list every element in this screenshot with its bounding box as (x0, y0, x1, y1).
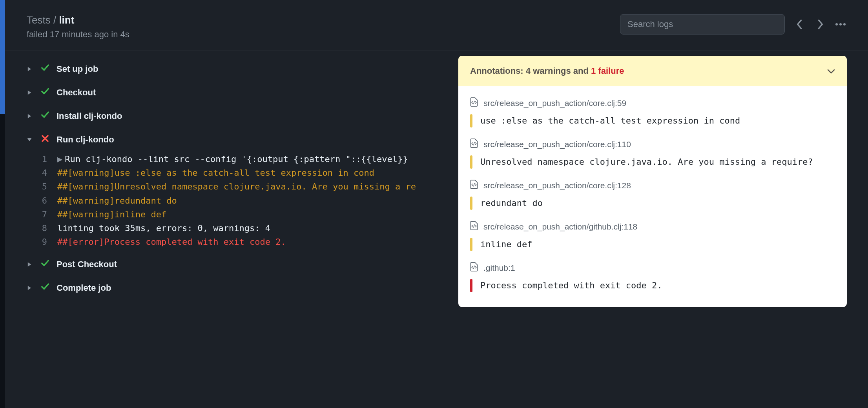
line-number: 4 (36, 166, 47, 180)
annotation-message-row: redundant do (470, 197, 835, 210)
annotation-message-row: Unresolved namespace clojure.java.io. Ar… (470, 155, 835, 169)
annotation-message: use :else as the catch-all test expressi… (480, 114, 740, 128)
file-icon (470, 180, 478, 191)
breadcrumb: Tests / lint (27, 14, 129, 26)
job-status-subline: failed 17 minutes ago in 4s (27, 29, 129, 40)
line-number: 7 (36, 208, 47, 221)
annotations-header[interactable]: Annotations: 4 warnings and 1 failure (458, 56, 847, 86)
annotation-message: inline def (480, 238, 532, 251)
step-label: Run clj-kondo (57, 135, 114, 145)
annotation-message: redundant do (480, 197, 543, 210)
annotation-item[interactable]: src/release_on_push_action/core.clj:59us… (458, 89, 847, 131)
annotations-failure-count: 1 failure (591, 66, 624, 76)
severity-bar-warning (470, 238, 472, 251)
search-input[interactable] (620, 14, 785, 35)
job-header: Tests / lint failed 17 minutes ago in 4s (5, 0, 868, 51)
breadcrumb-separator: / (53, 14, 56, 26)
caret-right-icon (27, 113, 34, 119)
annotation-location: src/release_on_push_action/core.clj:110 (470, 138, 835, 150)
annotation-item[interactable]: src/release_on_push_action/github.clj:11… (458, 213, 847, 254)
breadcrumb-job-name: lint (59, 14, 74, 26)
annotation-location: src/release_on_push_action/github.clj:11… (470, 221, 835, 232)
annotation-location: src/release_on_push_action/core.clj:128 (470, 180, 835, 191)
annotation-message: Process completed with exit code 2. (480, 279, 662, 292)
check-icon (41, 282, 49, 293)
severity-bar-error (470, 279, 472, 292)
step-label: Complete job (57, 283, 111, 293)
caret-right-icon (27, 90, 34, 95)
line-text: linting took 35ms, errors: 0, warnings: … (57, 221, 270, 235)
annotation-location-text: src/release_on_push_action/core.clj:110 (483, 140, 631, 149)
step-label: Set up job (57, 64, 98, 74)
annotation-message-row: Process completed with exit code 2. (470, 279, 835, 292)
annotations-and: and (573, 66, 589, 76)
svg-point-2 (843, 23, 846, 26)
line-text: ##[warning]redundant do (57, 194, 177, 208)
job-body: Set up jobCheckoutInstall clj-kondoRun c… (5, 51, 868, 408)
annotations-panel: Annotations: 4 warnings and 1 failure sr… (458, 56, 847, 307)
next-match-button[interactable] (815, 19, 826, 30)
line-text: ##[warning]Unresolved namespace clojure.… (57, 180, 416, 193)
annotation-message: Unresolved namespace clojure.java.io. Ar… (480, 155, 813, 169)
check-icon (41, 87, 49, 98)
severity-bar-warning (470, 155, 472, 169)
prev-match-button[interactable] (794, 19, 805, 30)
chevron-down-icon (827, 66, 835, 76)
file-icon (470, 221, 478, 232)
caret-right-icon (27, 66, 34, 72)
check-icon (41, 259, 49, 270)
annotation-location-text: src/release_on_push_action/core.clj:59 (483, 98, 626, 108)
caret-down-icon (27, 137, 34, 142)
line-text: ##[error]Process completed with exit cod… (57, 235, 286, 249)
annotation-message-row: use :else as the catch-all test expressi… (470, 114, 835, 128)
svg-point-0 (835, 23, 838, 26)
annotation-item[interactable]: src/release_on_push_action/core.clj:128r… (458, 172, 847, 213)
line-number: 1 (36, 152, 47, 166)
annotation-item[interactable]: src/release_on_push_action/core.clj:110U… (458, 131, 847, 172)
annotation-location: src/release_on_push_action/core.clj:59 (470, 97, 835, 109)
line-text: ##[warning]inline def (57, 208, 166, 221)
file-icon (470, 97, 478, 109)
annotations-warning-count: 4 warnings (526, 66, 571, 76)
annotation-location-text: src/release_on_push_action/core.clj:128 (483, 181, 631, 190)
annotation-location-text: .github:1 (483, 263, 515, 273)
svg-point-1 (839, 23, 842, 26)
line-number: 8 (36, 221, 47, 235)
check-icon (41, 111, 49, 122)
header-actions (620, 14, 846, 35)
line-number: 9 (36, 235, 47, 249)
line-number: 6 (36, 194, 47, 208)
caret-right-icon (27, 285, 34, 291)
step-label: Install clj-kondo (57, 111, 122, 121)
caret-right-icon (27, 262, 34, 267)
check-icon (41, 64, 49, 75)
annotation-item[interactable]: .github:1Process completed with exit cod… (458, 254, 847, 295)
file-icon (470, 262, 478, 273)
annotations-summary: Annotations: 4 warnings and 1 failure (470, 66, 624, 76)
more-options-button[interactable] (835, 19, 846, 30)
file-icon (470, 138, 478, 150)
job-title-block: Tests / lint failed 17 minutes ago in 4s (27, 14, 129, 40)
line-number: 5 (36, 180, 47, 193)
severity-bar-warning (470, 197, 472, 210)
annotation-location-text: src/release_on_push_action/github.clj:11… (483, 222, 637, 231)
annotation-location: .github:1 (470, 262, 835, 273)
step-label: Checkout (57, 87, 96, 98)
annotations-body: src/release_on_push_action/core.clj:59us… (458, 86, 847, 307)
selection-indicator (0, 0, 5, 114)
annotation-message-row: inline def (470, 238, 835, 251)
line-text: ▶Run clj-kondo --lint src --config '{:ou… (57, 152, 408, 166)
annotations-prefix: Annotations: (470, 66, 523, 76)
breadcrumb-prefix: Tests (27, 14, 51, 26)
x-icon (41, 134, 49, 145)
job-run-panel: Tests / lint failed 17 minutes ago in 4s… (5, 0, 868, 408)
line-text: ##[warning]use :else as the catch-all te… (57, 166, 374, 180)
severity-bar-warning (470, 114, 472, 128)
step-label: Post Checkout (57, 259, 117, 270)
